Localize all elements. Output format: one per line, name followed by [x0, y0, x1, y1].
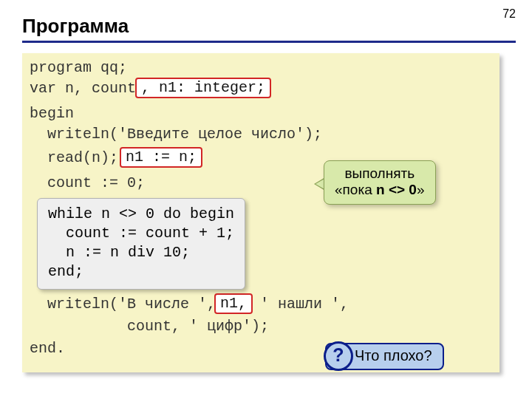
code-line: end.: [30, 340, 65, 357]
code-line: var n, count: [30, 80, 136, 97]
note-line2: «пока n <> 0»: [335, 182, 425, 197]
question-mark-icon: ?: [324, 341, 353, 371]
code-line: writeln('В числе ',: [30, 296, 216, 313]
code-line: ' нашли ',: [251, 296, 349, 313]
note-line2-prefix: «пока: [335, 182, 376, 197]
note-line2-bold: n <> 0: [376, 182, 417, 197]
page-title: Программа: [22, 15, 129, 38]
question-label: Что плохо?: [355, 347, 432, 364]
code-line: program qq;: [30, 59, 127, 76]
code-line: count, ' цифр');: [30, 318, 269, 335]
page-number: 72: [502, 7, 516, 21]
highlight-substitute: n1,: [214, 293, 253, 314]
highlight-assign: n1 := n;: [120, 147, 202, 168]
loop-block: while n <> 0 do begin count := count + 1…: [37, 198, 245, 290]
note-line2-suffix: »: [417, 182, 425, 197]
note-line1: выполнять: [344, 166, 415, 181]
code-line: count := 0;: [30, 174, 145, 191]
question-pill: ? Что плохо?: [325, 343, 444, 370]
code-line: read(n);: [30, 149, 118, 166]
title-underline: [22, 41, 516, 43]
code-panel: program qq; var n, count begin writeln('…: [22, 53, 499, 372]
highlight-var-decl: , n1: integer;: [135, 78, 271, 98]
note-callout: выполнять «пока n <> 0»: [324, 160, 436, 205]
code-line: writeln('Введите целое число');: [30, 126, 322, 143]
code-line: begin: [30, 105, 74, 122]
